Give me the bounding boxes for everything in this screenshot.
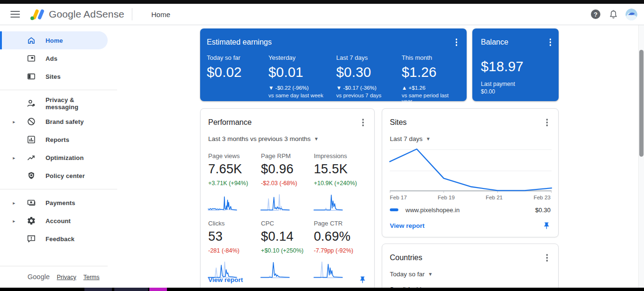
card-title: Balance <box>481 38 508 47</box>
metric-impressions: Impressions 15.5K +10.9K (+240%) <box>314 144 367 212</box>
earnings-metric-this-month: This month $1.26 ▲ +$1.26 vs same period… <box>402 54 460 104</box>
site-name: www.pixelshopee.in <box>405 207 460 214</box>
sparkline-impressions <box>314 194 342 212</box>
sidebar-item-label: Ads <box>46 55 57 62</box>
sidebar-item-label: Sites <box>46 73 61 80</box>
page-title: Home <box>151 10 170 19</box>
pin-icon[interactable] <box>543 222 551 230</box>
account-gear-icon <box>27 216 36 225</box>
estimated-earnings-card: Estimated earnings Today so far $0.02 Ye… <box>200 28 467 101</box>
sidebar-item-sites[interactable]: Sites <box>0 67 108 85</box>
sidebar-item-account[interactable]: ▸ Account <box>0 212 108 230</box>
countries-range-selector[interactable]: Today so far ▼ <box>390 271 551 278</box>
sidebar-item-label: Account <box>46 217 71 225</box>
privacy-link[interactable]: Privacy <box>57 274 76 281</box>
sidebar-item-label: Policy center <box>46 172 85 179</box>
countries-card: Countries Today so far ▼ Saudi Arabia <box>382 244 559 291</box>
notifications-bell-icon[interactable] <box>608 9 618 19</box>
sparkline-page-views <box>208 194 237 212</box>
brand-safety-icon <box>27 117 36 126</box>
sidebar-item-label: Payments <box>46 199 75 207</box>
dropdown-arrow-icon: ▼ <box>426 136 431 141</box>
kebab-menu-icon[interactable] <box>543 252 551 263</box>
expand-arrow-icon[interactable]: ▸ <box>13 200 15 206</box>
adsense-logo-icon <box>29 8 45 21</box>
sites-range-selector[interactable]: Last 7 days ▼ <box>390 135 551 142</box>
pin-icon[interactable] <box>359 276 367 284</box>
ads-icon <box>27 54 36 63</box>
x-axis-tick-labels: Feb 17 Feb 19 Feb 21 Feb 23 <box>390 195 551 200</box>
sidebar-item-home[interactable]: Home <box>0 31 108 49</box>
sidebar-item-policy-center[interactable]: Policy center <box>0 167 108 185</box>
sidebar-item-label: Privacy & messaging <box>46 96 108 111</box>
optimization-icon <box>27 153 36 162</box>
card-title: Countries <box>390 253 422 262</box>
sidebar-item-label: Reports <box>46 136 69 143</box>
feedback-icon <box>27 234 36 244</box>
last-payment-label: Last payment <box>481 81 554 87</box>
sidebar-nav: Home Ads Sites Privacy & messaging ▸ Bra… <box>0 25 117 288</box>
sidebar-item-payments[interactable]: ▸ Payments <box>0 194 108 212</box>
sidebar-item-privacy-messaging[interactable]: Privacy & messaging <box>0 94 108 113</box>
reports-icon <box>27 135 36 144</box>
site-earnings-value: $0.30 <box>535 207 551 214</box>
expand-arrow-icon[interactable]: ▸ <box>13 155 15 160</box>
sidebar-item-ads[interactable]: Ads <box>0 49 108 67</box>
sidebar-item-reports[interactable]: Reports <box>0 131 108 149</box>
balance-card: Balance $18.97 Last payment $0.00 <box>472 28 559 101</box>
earnings-metric-last7days: Last 7 days $0.30 ▼ -$0.17 (-36%) vs pre… <box>336 54 402 104</box>
metric-cpc: CPC $0.14 +$0.10 (+250%) <box>261 212 313 279</box>
earnings-metric-today: Today so far $0.02 <box>207 54 268 104</box>
topbar-divider <box>132 8 132 20</box>
taskbar-segment <box>84 288 112 291</box>
site-legend-row: www.pixelshopee.in $0.30 <box>390 207 551 214</box>
sidebar-item-brand-safety[interactable]: ▸ Brand safety <box>0 113 108 131</box>
card-title: Performance <box>208 118 252 127</box>
privacy-messaging-icon <box>27 99 36 108</box>
home-icon <box>27 36 36 45</box>
card-title: Estimated earnings <box>207 38 272 47</box>
vertical-scrollbar-thumb[interactable] <box>639 50 644 157</box>
taskbar-segment-magenta <box>149 288 167 291</box>
taskbar-segment <box>114 288 148 291</box>
sidebar-item-feedback[interactable]: Feedback <box>0 230 108 248</box>
performance-card: Performance Last 3 months vs previous 3 … <box>200 108 375 291</box>
earnings-metric-yesterday: Yesterday $0.01 ▼ -$0.22 (-96%) vs same … <box>268 54 336 104</box>
sidebar-footer: Google Privacy Terms <box>0 266 108 288</box>
terms-link[interactable]: Terms <box>83 274 100 281</box>
dropdown-arrow-icon: ▼ <box>314 136 319 141</box>
brand-title: Google AdSense <box>49 9 124 20</box>
sites-line-chart <box>390 147 552 193</box>
policy-center-icon <box>27 171 36 180</box>
balance-value: $18.97 <box>481 59 554 75</box>
dropdown-arrow-icon: ▼ <box>428 272 433 277</box>
sidebar-item-label: Optimization <box>46 154 84 161</box>
kebab-menu-icon[interactable] <box>547 37 554 48</box>
performance-range-selector[interactable]: Last 3 months vs previous 3 months ▼ <box>208 135 367 142</box>
app-bar: Google AdSense Home ? <box>0 4 644 25</box>
metric-page-rpm: Page RPM $0.96 -$2.03 (-68%) <box>261 144 313 212</box>
sidebar-item-optimization[interactable]: ▸ Optimization <box>0 149 108 167</box>
series-swatch-icon <box>390 208 398 211</box>
expand-arrow-icon[interactable]: ▸ <box>13 119 15 124</box>
help-icon[interactable]: ? <box>591 9 600 19</box>
last-payment-value: $0.00 <box>481 88 554 95</box>
kebab-menu-icon[interactable] <box>359 117 367 128</box>
kebab-menu-icon[interactable] <box>453 37 460 48</box>
metric-page-ctr: Page CTR 0.69% -7.79pp (-92%) <box>314 212 367 279</box>
user-avatar[interactable] <box>626 9 637 20</box>
payments-icon <box>27 198 36 207</box>
expand-arrow-icon[interactable]: ▸ <box>13 218 15 224</box>
taskbar-strip <box>0 288 644 291</box>
vertical-scrollbar-track[interactable] <box>638 25 644 291</box>
view-report-link[interactable]: View report <box>390 222 424 229</box>
hamburger-menu-icon[interactable] <box>9 9 21 20</box>
sidebar-divider <box>0 90 117 90</box>
kebab-menu-icon[interactable] <box>543 117 551 128</box>
sparkline-page-rpm <box>261 194 289 212</box>
sidebar-item-label: Feedback <box>46 235 74 243</box>
view-report-link[interactable]: View report <box>208 276 243 283</box>
sites-card: Sites Last 7 days ▼ Feb 17 Feb 19 Feb 21… <box>382 108 559 237</box>
sidebar-divider <box>0 189 117 189</box>
card-title: Sites <box>390 118 407 127</box>
